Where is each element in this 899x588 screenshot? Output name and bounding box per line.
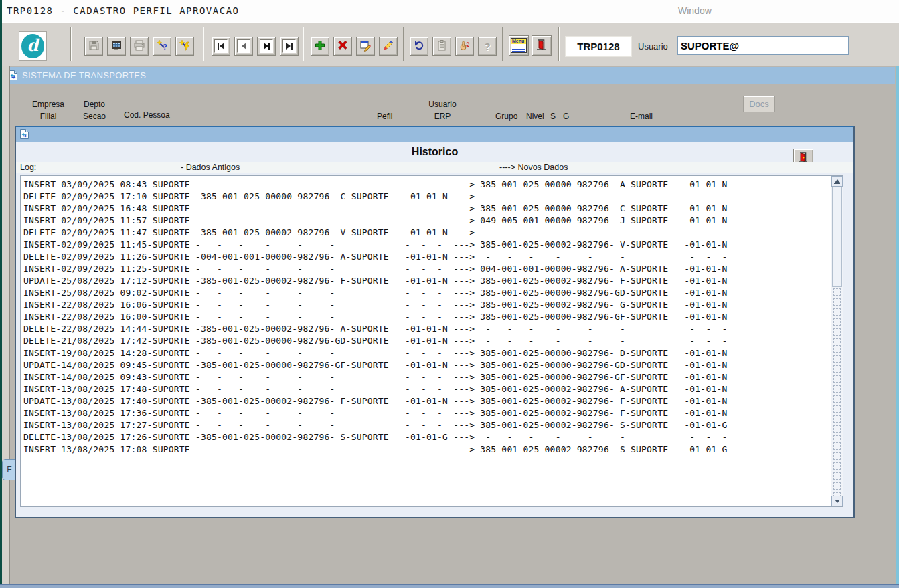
insert-record-icon xyxy=(314,39,326,54)
log-line: DELETE-22/08/2025 14:44-SUPORTE -385-001… xyxy=(23,323,831,335)
label-cod-pessoa: Cod. Pessoa xyxy=(124,110,170,120)
log-line: INSERT-13/08/2025 17:08-SUPORTE - - - - … xyxy=(23,444,831,456)
edit-wand-icon xyxy=(382,39,394,54)
hand-cut-icon xyxy=(459,39,471,54)
delete-record-icon xyxy=(337,39,349,54)
log-line: INSERT-19/08/2025 14:28-SUPORTE - - - - … xyxy=(23,347,831,359)
sistema-transportes-titlebar[interactable]: SISTEMA DE TRANSPORTES xyxy=(3,67,895,84)
log-line: INSERT-02/09/2025 11:45-SUPORTE - - - - … xyxy=(23,239,831,251)
first-record-button[interactable] xyxy=(212,37,230,56)
label-s: S xyxy=(550,112,556,121)
last-record-icon xyxy=(282,39,296,53)
scroll-up-icon xyxy=(835,179,840,183)
usuario-label: Usuario xyxy=(638,41,668,52)
edit-query-window-button[interactable] xyxy=(356,37,375,56)
log-line: INSERT-14/08/2025 09:43-SUPORTE - - - - … xyxy=(23,371,831,383)
window-right-edge xyxy=(896,66,899,585)
window-title: SISTEMA DE TRANSPORTES xyxy=(22,70,146,80)
label-grupo: Grupo xyxy=(495,112,517,121)
insert-record-button[interactable] xyxy=(311,37,329,56)
menu-window[interactable]: Window xyxy=(678,5,712,16)
toolbar-separator xyxy=(403,27,404,61)
log-line: INSERT-03/09/2025 08:43-SUPORTE - - - - … xyxy=(23,179,831,191)
label-g: G xyxy=(563,112,569,121)
docs-button[interactable]: Docs xyxy=(743,96,775,112)
scrollbar-thumb[interactable] xyxy=(832,187,842,287)
label-nivel: Nivel xyxy=(526,112,544,121)
log-line: INSERT-13/08/2025 17:27-SUPORTE - - - - … xyxy=(23,419,831,431)
scroll-down-button[interactable] xyxy=(831,496,843,506)
toolbar-separator xyxy=(303,27,304,61)
historico-titlebar[interactable] xyxy=(16,127,853,142)
log-line: DELETE-21/08/2025 17:42-SUPORTE -385-001… xyxy=(23,335,831,347)
edit-wand-button[interactable] xyxy=(379,37,398,56)
log-line: UPDATE-14/08/2025 09:45-SUPORTE -385-001… xyxy=(23,359,831,371)
log-line: DELETE-13/08/2025 17:26-SUPORTE -385-001… xyxy=(23,431,831,444)
print-icon xyxy=(133,39,145,54)
log-content[interactable]: INSERT-03/09/2025 08:43-SUPORTE - - - - … xyxy=(21,176,831,506)
main-toolbar: d ? xyxy=(0,22,899,66)
label-filial: Filial xyxy=(24,112,72,121)
scroll-up-icon-line xyxy=(834,183,840,184)
execute-query-icon xyxy=(179,39,191,54)
label-pefil: Pefil xyxy=(377,112,392,121)
log-line: UPDATE-13/08/2025 17:40-SUPORTE -385-001… xyxy=(23,395,831,407)
app-titlebar: TRP0128 - CADASTRO PERFIL APROVACAO Wind… xyxy=(0,0,899,23)
old-data-label: - Dados Antigos xyxy=(181,163,240,172)
log-line: INSERT-02/09/2025 16:48-SUPORTE - - - - … xyxy=(23,203,831,215)
menu-button[interactable]: Menu xyxy=(509,35,529,56)
display-button[interactable] xyxy=(107,37,126,56)
toolbar-separator xyxy=(70,27,72,61)
hand-cut-button[interactable] xyxy=(455,37,474,56)
label-email: E-mail xyxy=(630,112,653,121)
page-title: TRP0128 - CADASTRO PERFIL APROVACAO xyxy=(7,5,240,16)
enter-query-icon: ? xyxy=(156,39,168,54)
enter-query-button[interactable]: ? xyxy=(153,37,171,56)
clipboard-icon xyxy=(436,39,448,54)
print-button[interactable] xyxy=(130,37,149,56)
toolbar-separator xyxy=(502,27,503,61)
first-record-icon xyxy=(214,39,228,53)
exit-door-icon xyxy=(536,39,548,53)
program-code-field[interactable]: TRP0128 xyxy=(566,37,631,56)
application-window: TRP0128 - CADASTRO PERFIL APROVACAO Wind… xyxy=(0,0,899,588)
scrollbar-track[interactable] xyxy=(832,287,842,496)
next-record-icon xyxy=(260,39,273,53)
label-usuario: Usuario xyxy=(418,100,467,109)
scroll-up-button[interactable] xyxy=(831,176,843,187)
vertical-scrollbar[interactable] xyxy=(831,176,843,506)
delete-record-button[interactable] xyxy=(333,37,352,56)
previous-record-icon xyxy=(237,39,250,53)
clipboard-button[interactable] xyxy=(432,37,451,56)
label-empresa: Empresa xyxy=(24,100,72,109)
window-bottom-edge xyxy=(0,584,899,588)
log-label: Log: xyxy=(20,163,36,172)
help-icon: ? xyxy=(484,41,490,52)
log-line: DELETE-02/09/2025 11:26-SUPORTE -004-001… xyxy=(23,251,831,263)
log-line: INSERT-22/08/2025 16:00-SUPORTE - - - - … xyxy=(23,311,831,323)
menu-icon: Menu xyxy=(511,38,527,53)
exit-button[interactable] xyxy=(532,35,552,56)
log-line: INSERT-22/08/2025 16:06-SUPORTE - - - - … xyxy=(23,299,831,311)
log-text-area[interactable]: INSERT-03/09/2025 08:43-SUPORTE - - - - … xyxy=(20,175,843,507)
next-record-button[interactable] xyxy=(257,37,276,56)
save-button[interactable] xyxy=(84,37,103,56)
display-icon xyxy=(110,39,122,54)
log-line: INSERT-25/08/2025 09:02-SUPORTE - - - - … xyxy=(23,287,831,299)
execute-query-button[interactable] xyxy=(175,37,194,56)
help-button[interactable]: ? xyxy=(478,37,497,56)
last-record-button[interactable] xyxy=(280,37,299,56)
log-line: INSERT-13/08/2025 17:48-SUPORTE - - - - … xyxy=(23,383,831,395)
log-line: INSERT-02/09/2025 11:25-SUPORTE - - - - … xyxy=(23,263,831,275)
log-line: INSERT-13/08/2025 17:36-SUPORTE - - - - … xyxy=(23,407,831,419)
edit-query-window-icon xyxy=(359,39,372,54)
left-panel-strip xyxy=(2,66,10,585)
toolbar-separator xyxy=(203,27,204,61)
save-icon xyxy=(88,39,100,54)
log-header-strip: Log: - Dados Antigos ----> Novos Dados xyxy=(16,162,853,173)
brand-logo-button[interactable]: d xyxy=(19,31,47,61)
usuario-input[interactable] xyxy=(677,36,849,55)
label-secao: Secao xyxy=(70,112,118,121)
undo-button[interactable] xyxy=(410,37,428,56)
previous-record-button[interactable] xyxy=(234,37,253,56)
